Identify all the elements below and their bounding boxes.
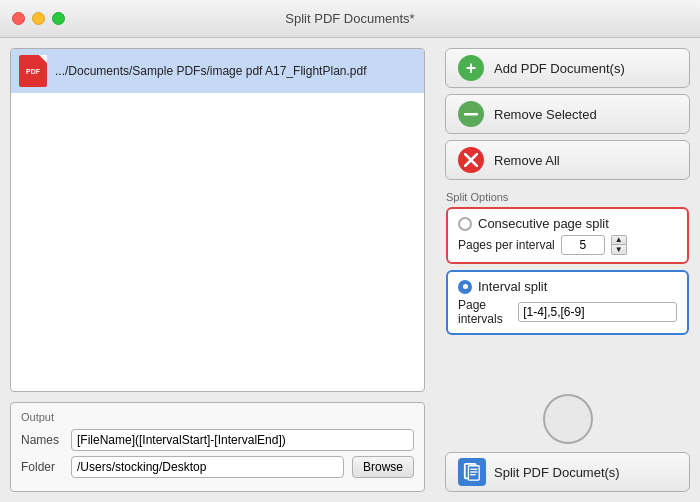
add-button-label: Add PDF Document(s)	[494, 61, 625, 76]
interval-radio-row: Interval split	[458, 279, 677, 294]
names-label: Names	[21, 433, 63, 447]
folder-row: Folder Browse	[21, 456, 414, 478]
folder-label: Folder	[21, 460, 63, 474]
pages-row: Pages per interval ▲ ▼	[458, 235, 677, 255]
output-label: Output	[21, 411, 414, 423]
right-panel: + Add PDF Document(s) Remove Selected Re…	[435, 38, 700, 502]
interval-radio[interactable]	[458, 280, 472, 294]
window-controls	[12, 12, 65, 25]
remove-selected-label: Remove Selected	[494, 107, 597, 122]
close-button[interactable]	[12, 12, 25, 25]
pages-stepper[interactable]: ▲ ▼	[611, 235, 627, 255]
pages-per-interval-label: Pages per interval	[458, 238, 555, 252]
add-icon: +	[458, 55, 484, 81]
titlebar: Split PDF Documents*	[0, 0, 700, 38]
consecutive-option-box[interactable]: Consecutive page split Pages per interva…	[446, 207, 689, 264]
folder-input[interactable]	[71, 456, 344, 478]
output-section: Output Names Folder Browse	[10, 402, 425, 492]
main-content: PDF .../Documents/Sample PDFs/image pdf …	[0, 38, 700, 502]
page-intervals-row: Page intervals	[458, 298, 677, 326]
interval-label: Interval split	[478, 279, 547, 294]
names-input[interactable]	[71, 429, 414, 451]
browse-button[interactable]: Browse	[352, 456, 414, 478]
remove-selected-icon	[458, 101, 484, 127]
add-button[interactable]: + Add PDF Document(s)	[445, 48, 690, 88]
remove-all-label: Remove All	[494, 153, 560, 168]
interval-option-box[interactable]: Interval split Page intervals	[446, 270, 689, 335]
remove-selected-button[interactable]: Remove Selected	[445, 94, 690, 134]
consecutive-radio-row: Consecutive page split	[458, 216, 677, 231]
svg-rect-4	[468, 466, 479, 480]
svg-rect-0	[464, 113, 478, 116]
consecutive-radio[interactable]	[458, 217, 472, 231]
maximize-button[interactable]	[52, 12, 65, 25]
split-pdf-button[interactable]: Split PDF Documet(s)	[445, 452, 690, 492]
window-title: Split PDF Documents*	[285, 11, 414, 26]
stepper-up[interactable]: ▲	[611, 235, 627, 245]
minimize-button[interactable]	[32, 12, 45, 25]
bottom-area: Split PDF Documet(s)	[445, 394, 690, 492]
pages-input[interactable]	[561, 235, 605, 255]
consecutive-label: Consecutive page split	[478, 216, 609, 231]
pdf-icon: PDF	[19, 55, 47, 87]
remove-all-icon	[458, 147, 484, 173]
split-pdf-icon	[458, 458, 486, 486]
file-list: PDF .../Documents/Sample PDFs/image pdf …	[10, 48, 425, 392]
list-item[interactable]: PDF .../Documents/Sample PDFs/image pdf …	[11, 49, 424, 93]
file-name: .../Documents/Sample PDFs/image pdf A17_…	[55, 64, 367, 78]
split-options: Split Options Consecutive page split Pag…	[445, 186, 690, 346]
page-intervals-label: Page intervals	[458, 298, 512, 326]
page-intervals-input[interactable]	[518, 302, 677, 322]
split-pdf-label: Split PDF Documet(s)	[494, 465, 620, 480]
remove-all-button[interactable]: Remove All	[445, 140, 690, 180]
names-row: Names	[21, 429, 414, 451]
stepper-down[interactable]: ▼	[611, 245, 627, 255]
progress-circle	[543, 394, 593, 444]
split-options-label: Split Options	[446, 191, 689, 203]
left-panel: PDF .../Documents/Sample PDFs/image pdf …	[0, 38, 435, 502]
